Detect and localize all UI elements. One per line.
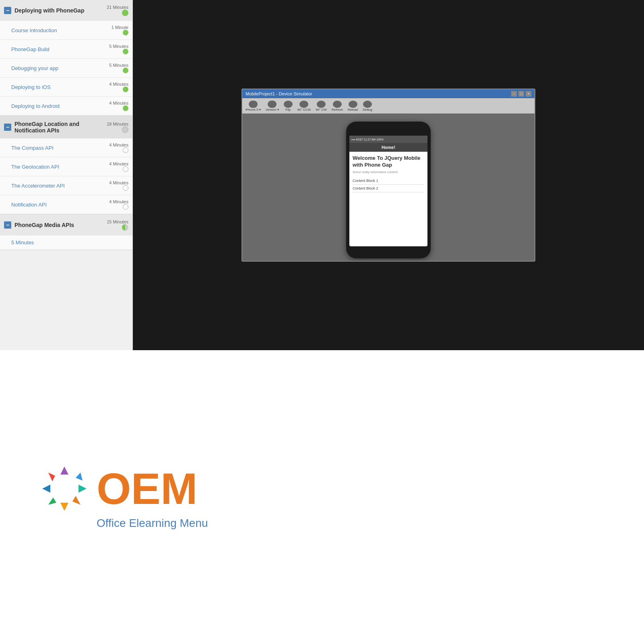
svg-marker-2	[78, 485, 87, 493]
item-duration-wrapper-accelerometer: 4 Minutes	[109, 180, 128, 191]
logo-container: OEM Office Elearning Menu	[40, 464, 208, 530]
item-title-compass: The Compass API	[11, 145, 109, 151]
toolbar-iphone5[interactable]: iPhone 5 ▾	[246, 101, 261, 111]
item-duration-wrapper-1: 5 Minutes	[109, 44, 128, 54]
section-toggle-location[interactable]	[4, 124, 11, 131]
logo-row: OEM	[40, 464, 198, 513]
item-status-phonegap-build	[123, 49, 128, 54]
oem-tagline: Office Elearning Menu	[97, 517, 208, 530]
sidebar: Deploying with PhoneGap 21 Minutes Cours…	[0, 0, 133, 350]
ide-close-btn[interactable]: ×	[526, 91, 531, 97]
phone-screen: •••• AT&T 11:27 AM 100% Home! Welcome To…	[349, 136, 427, 246]
item-duration-wrapper-compass: 4 Minutes	[109, 142, 128, 153]
sidebar-item-accelerometer[interactable]: The Accelerometer API 4 Minutes	[0, 176, 132, 195]
toolbar-version[interactable]: Version ▾	[266, 101, 279, 111]
ide-titlebar: MobileProject1 - Device Simulator − □ ×	[242, 89, 535, 98]
item-duration-phonegap-build: 5 Minutes	[109, 44, 128, 49]
item-title-phonegap-build: PhoneGap Build	[11, 46, 109, 52]
phone-header: Home!	[349, 143, 427, 152]
section-location-header[interactable]: PhoneGap Location and Notification APIs …	[0, 116, 132, 138]
sidebar-item-deploying-android[interactable]: Deploying to Android 4 Minutes	[0, 97, 132, 116]
toolbar-refresh[interactable]: Refresh	[332, 101, 343, 111]
svg-marker-3	[72, 496, 80, 505]
svg-marker-4	[60, 503, 68, 511]
item-duration-debugging: 5 Minutes	[109, 63, 128, 68]
item-duration-compass: 4 Minutes	[109, 142, 128, 147]
section-phonegap-header[interactable]: Deploying with PhoneGap 21 Minutes	[0, 0, 132, 21]
toolbar-reload[interactable]: Reload	[348, 101, 358, 111]
item-title-geolocation: The Geolocation API	[11, 164, 109, 170]
item-status-accelerometer	[123, 185, 128, 191]
item-duration-accelerometer: 4 Minutes	[109, 180, 128, 185]
item-title-deploying-ios: Deploying to iOS	[11, 84, 109, 90]
svg-marker-5	[48, 497, 56, 505]
phone-content: Welcome To JQuery Mobile with Phone Gap …	[349, 152, 427, 196]
item-duration-wrapper-3: 4 Minutes	[109, 82, 128, 92]
item-status-geolocation	[123, 166, 128, 172]
phone-welcome-text: Welcome To JQuery Mobile with Phone Gap	[353, 155, 424, 169]
item-duration-wrapper-2: 5 Minutes	[109, 63, 128, 73]
item-title-deploying-android: Deploying to Android	[11, 103, 109, 109]
toolbar-flip[interactable]: Flip	[284, 101, 293, 111]
section-duration-wrapper-location: 18 Minutes	[107, 122, 128, 133]
section-phonegap: Deploying with PhoneGap 21 Minutes Cours…	[0, 0, 132, 116]
item-duration-wrapper-0: 1 Minute	[111, 25, 128, 35]
sidebar-item-notification[interactable]: Notification API 4 Minutes	[0, 195, 132, 214]
toolbar-90cw[interactable]: 90° CW	[316, 101, 327, 111]
sidebar-item-debugging[interactable]: Debugging your app 5 Minutes	[0, 59, 132, 78]
sidebar-item-course-intro[interactable]: Course Introduction 1 Minute	[0, 21, 132, 40]
section-duration-media: 15 Minutes	[107, 219, 128, 224]
ide-window: MobileProject1 - Device Simulator − □ × …	[242, 89, 535, 262]
section-status-location	[122, 126, 128, 133]
svg-marker-0	[60, 466, 68, 475]
section-duration-location: 18 Minutes	[107, 122, 128, 126]
ide-maximize-btn[interactable]: □	[518, 91, 524, 97]
section-media-header[interactable]: PhoneGap Media APIs 15 Minutes	[0, 215, 132, 235]
top-area: Deploying with PhoneGap 21 Minutes Cours…	[0, 0, 644, 350]
phone-content-block-2: Content Block 2	[353, 185, 424, 192]
simulator-body: •••• AT&T 11:27 AM 100% Home! Welcome To…	[242, 114, 535, 261]
section-duration-wrapper-media: 15 Minutes	[107, 219, 128, 231]
sidebar-item-deploying-ios[interactable]: Deploying to iOS 4 Minutes	[0, 78, 132, 97]
section-duration-phonegap: 21 Minutes	[107, 5, 128, 10]
item-title-media1: 5 Minutes	[11, 239, 128, 246]
item-duration-wrapper-geolocation: 4 Minutes	[109, 161, 128, 172]
toolbar-90ccw[interactable]: 90° CCW	[297, 101, 311, 111]
item-duration-deploying-android: 4 Minutes	[109, 101, 128, 105]
section-status-media	[122, 224, 128, 231]
item-status-course-intro	[123, 30, 128, 35]
item-duration-wrapper-notification: 4 Minutes	[109, 199, 128, 210]
section-title-location: PhoneGap Location and Notification APIs	[14, 121, 107, 134]
item-duration-deploying-ios: 4 Minutes	[109, 82, 128, 87]
ide-controls: − □ ×	[511, 91, 531, 97]
item-status-deploying-android	[123, 105, 128, 111]
sidebar-item-phonegap-build[interactable]: PhoneGap Build 5 Minutes	[0, 40, 132, 59]
svg-marker-7	[48, 473, 55, 481]
phone-frame: •••• AT&T 11:27 AM 100% Home! Welcome To…	[346, 122, 431, 258]
section-toggle-media[interactable]	[4, 221, 11, 229]
sidebar-item-geolocation[interactable]: The Geolocation API 4 Minutes	[0, 157, 132, 176]
sidebar-item-compass[interactable]: The Compass API 4 Minutes	[0, 138, 132, 157]
phone-status-bar: •••• AT&T 11:27 AM 100%	[349, 136, 427, 143]
item-title-notification: Notification API	[11, 202, 109, 208]
phone-status-text: •••• AT&T 11:27 AM 100%	[351, 138, 384, 141]
sidebar-item-media1[interactable]: 5 Minutes	[0, 235, 132, 250]
item-duration-wrapper-4: 4 Minutes	[109, 101, 128, 111]
section-media: PhoneGap Media APIs 15 Minutes 5 Minutes	[0, 215, 132, 250]
section-duration-wrapper-phonegap: 21 Minutes	[107, 5, 128, 16]
section-status-phonegap	[122, 10, 128, 16]
item-duration-geolocation: 4 Minutes	[109, 161, 128, 166]
toolbar-debug[interactable]: Debug	[363, 101, 372, 111]
svg-marker-6	[42, 485, 50, 493]
phone-content-block-1: Content Block 1	[353, 177, 424, 185]
item-title-debugging: Debugging your app	[11, 65, 109, 71]
section-location: PhoneGap Location and Notification APIs …	[0, 116, 132, 215]
section-toggle-phonegap[interactable]	[4, 7, 11, 14]
item-status-deploying-ios	[123, 87, 128, 92]
section-title-phonegap: Deploying with PhoneGap	[14, 7, 107, 14]
phone-sub-text: Some really informative content	[353, 170, 424, 174]
ide-status-bar: Ready	[242, 261, 535, 262]
item-title-course-intro: Course Introduction	[11, 27, 111, 33]
section-title-media: PhoneGap Media APIs	[14, 222, 107, 228]
ide-minimize-btn[interactable]: −	[511, 91, 517, 97]
